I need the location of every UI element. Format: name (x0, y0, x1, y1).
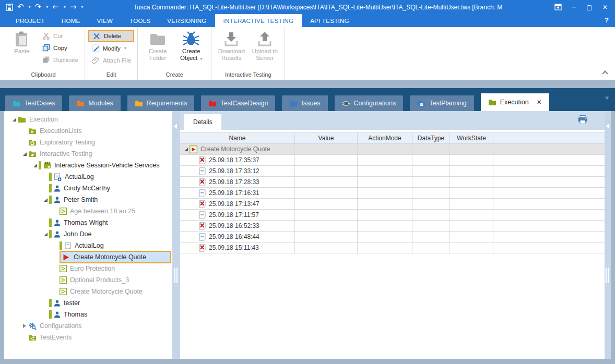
tree-item-optional-products-3[interactable]: Optional Products_3 (4, 274, 172, 286)
paste-button[interactable]: Paste (5, 28, 39, 55)
right-splitter-grip[interactable] (606, 268, 609, 283)
tree-item-john-doe[interactable]: John Doe (4, 228, 172, 240)
help-icon[interactable]: ? (605, 16, 609, 24)
attach-file-button[interactable]: Attach File (88, 54, 134, 66)
delete-button[interactable]: Delete (88, 30, 134, 42)
expanded-icon[interactable] (42, 198, 49, 202)
download-results-button[interactable]: Download Results (215, 28, 248, 62)
tree-item-euro-protection[interactable]: Euro Protection (4, 263, 172, 274)
tree-item-tester[interactable]: tester (4, 297, 172, 309)
execution-log-row[interactable]: 25.09.18 17:33:12 (180, 166, 605, 177)
ribbon-tab-view[interactable]: VIEW (88, 14, 121, 27)
execution-log-row[interactable]: 25.09.18 17:35:37 (180, 155, 605, 166)
collapsed-icon[interactable] (21, 324, 28, 328)
back-dropdown-icon[interactable]: ▾ (62, 5, 67, 10)
execution-log-row[interactable]: 25.09.18 17:28:33 (180, 177, 605, 188)
upload-to-server-button[interactable]: Upload to Server (248, 28, 281, 62)
execution-log-row[interactable]: 25.09.18 15:11:43 (180, 242, 605, 253)
ribbon-tab-versioning[interactable]: VERSIONING (159, 14, 215, 27)
back-icon[interactable]: ← (51, 3, 61, 11)
tree-item-executionlists[interactable]: ExecutionLists (4, 125, 172, 137)
tree-item-create-motorcycle-quote[interactable]: Create Motorcycle Quote (4, 251, 172, 263)
workspace-tab-testcases[interactable]: TestCases (5, 95, 62, 111)
collapse-ribbon-icon[interactable] (603, 70, 608, 75)
ribbon-tab-home[interactable]: HOME (53, 14, 89, 27)
tree-item-testevents[interactable]: TestEvents (4, 332, 172, 343)
redo-dropdown-icon[interactable]: ▾ (44, 5, 50, 10)
workspace-tab-issues[interactable]: Issues (282, 95, 327, 111)
forward-dropdown-icon[interactable]: ▾ (79, 5, 85, 10)
workspace-tab-testcasedesign[interactable]: TestCaseDesign (201, 95, 275, 111)
expanded-icon[interactable] (182, 148, 190, 151)
tree-item-age-between-18-an-25[interactable]: Age between 18 an 25 (4, 205, 172, 217)
close-button[interactable]: ✕ (598, 2, 612, 13)
expanded-icon[interactable] (21, 152, 28, 156)
tree-item-actuallog[interactable]: ActualLog (4, 171, 172, 183)
tree-item-exploratory-testing[interactable]: Exploratory Testing (4, 137, 172, 148)
dock-window-icon[interactable] (551, 2, 565, 13)
ribbon-tab-tools[interactable]: TOOLS (121, 14, 159, 27)
testcases-folder-icon (13, 100, 21, 107)
undo-dropdown-icon[interactable]: ▾ (27, 5, 32, 10)
expanded-icon[interactable] (42, 233, 49, 236)
ribbon-tab-project[interactable]: PROJECT (7, 14, 53, 27)
workspace-tab-requirements[interactable]: Requirements (127, 95, 195, 111)
tree-item-thomas[interactable]: Thomas (4, 309, 172, 320)
column-header-actionmode[interactable]: ActionMode (358, 133, 412, 143)
create-folder-button[interactable]: Create Folder (141, 28, 174, 62)
execution-log-row[interactable]: 25.09.18 17:13:47 (180, 199, 605, 210)
tree-item-create-motorcycle-quote[interactable]: Create Motorcycle Quote (4, 286, 172, 297)
tree-item-cindy-mccarthy[interactable]: Cindy McCarthy (4, 183, 172, 194)
maximize-button[interactable]: ▢ (583, 2, 596, 13)
workspace-tab-label: TestPlanning (429, 100, 467, 107)
tree-item-configurations[interactable]: Configurations (4, 320, 172, 332)
close-tab-icon[interactable]: ✕ (537, 99, 542, 106)
workspace-tab-modules[interactable]: Modules (69, 95, 120, 111)
clipboard-group-label: Clipboard (5, 70, 81, 80)
workstate-cell (450, 177, 493, 187)
expanded-icon[interactable] (10, 118, 18, 122)
duplicate-button[interactable]: Duplicate (39, 54, 81, 66)
forward-icon[interactable]: → (68, 3, 78, 11)
right-collapsed-splitter[interactable] (605, 111, 611, 359)
undo-icon[interactable]: ↶ (16, 3, 26, 11)
print-icon[interactable] (577, 115, 588, 126)
column-header-datatype[interactable]: DataType (412, 133, 450, 143)
save-icon[interactable] (4, 3, 15, 11)
ribbon-tab-interactive-testing[interactable]: INTERACTIVE TESTING (215, 14, 302, 27)
create-object-button[interactable]: Create Object ▾ (174, 28, 208, 62)
minimize-button[interactable]: ─ (567, 2, 581, 13)
column-header-value[interactable]: Value (295, 133, 358, 143)
execution-log-row[interactable]: 25.09.18 17:11:57 (180, 210, 605, 221)
modify-dropdown-icon[interactable]: ▾ (124, 46, 126, 51)
collapse-right-panel-icon[interactable] (606, 124, 609, 129)
cut-button[interactable]: Cut (39, 30, 81, 42)
tree-item-thomas-wright[interactable]: Thomas Wright (4, 217, 172, 228)
tab-details[interactable]: Details (184, 114, 221, 130)
column-header-workstate[interactable]: WorkState (450, 133, 493, 143)
workspace-tab-testplanning[interactable]: TestPlanning (410, 95, 474, 111)
copy-button[interactable]: Copy (39, 42, 81, 54)
ribbon-tab-api-testing[interactable]: API TESTING (302, 14, 358, 27)
execution-log-row[interactable]: 25.09.18 16:52:33 (180, 221, 605, 232)
column-header-name[interactable]: Name (180, 133, 295, 143)
workspace-tab-execution[interactable]: Execution✕ (481, 93, 549, 111)
tree-item-interactive-session-vehicle-services[interactable]: Interactive Session-Vehicle Services (4, 160, 172, 171)
create-object-dropdown-icon[interactable]: ▾ (200, 56, 203, 61)
tree-details-splitter[interactable] (172, 111, 180, 359)
tree-item-execution[interactable]: Execution (4, 114, 172, 125)
tree-item-interactive-testing[interactable]: Interactive Testing (4, 148, 172, 160)
tree-item-actuallog[interactable]: ActualLog (4, 240, 172, 251)
redo-icon[interactable]: ↷ (33, 3, 43, 11)
execution-entry-row[interactable]: Create Motorcycle Quote (180, 144, 605, 155)
collapse-left-panel-icon[interactable] (174, 124, 177, 129)
expanded-icon[interactable] (31, 164, 39, 167)
tree-item-peter-smith[interactable]: Peter Smith (4, 194, 172, 205)
name-cell: 25.09.18 17:13:47 (180, 199, 295, 209)
workspace-tab-configurations[interactable]: Configurations (335, 95, 404, 111)
tab-overflow-icon[interactable]: ▼ (605, 95, 609, 101)
modify-button[interactable]: Modify ▾ (88, 42, 134, 54)
splitter-grip[interactable] (174, 268, 178, 283)
execution-log-row[interactable]: 25.09.18 17:16:31 (180, 188, 605, 199)
execution-log-row[interactable]: 25.09.18 16:48:44 (180, 232, 605, 242)
